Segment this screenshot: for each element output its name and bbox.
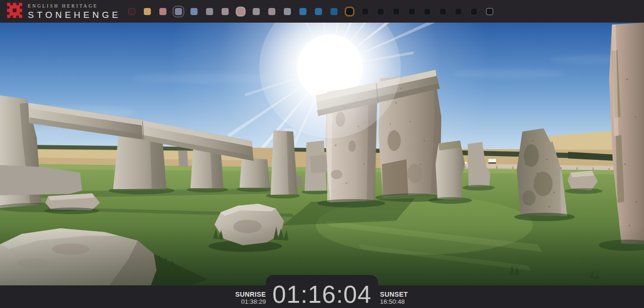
brand-title: STONEHENGE [28,10,121,19]
brand-text: ENGLISH HERITAGE STONEHENGE [28,4,121,19]
hour-swatch-10[interactable] [284,8,291,15]
hour-swatch-21[interactable] [455,8,462,15]
hour-swatch-5[interactable] [206,8,213,15]
hour-swatch-8[interactable] [253,8,260,15]
hour-swatch-9[interactable] [268,8,275,15]
hour-swatch-row [128,0,493,23]
sunrise-block: SUNRISE 01:38:29 [235,291,266,306]
hour-swatch-14[interactable] [346,8,353,15]
sunset-time: 16:50:48 [380,298,408,306]
hour-swatch-3[interactable] [175,8,182,15]
hour-swatch-2[interactable] [159,8,166,15]
hour-swatch-22[interactable] [471,8,478,15]
hour-swatch-6[interactable] [222,8,229,15]
sunrise-label: SUNRISE [235,291,266,298]
panorama-scene [0,23,644,285]
hour-swatch-19[interactable] [424,8,431,15]
hour-swatch-20[interactable] [439,8,446,15]
hour-swatch-4[interactable] [190,8,198,15]
english-heritage-logo-icon [6,2,23,21]
sunset-block: SUNSET 16:50:48 [380,291,408,306]
hour-swatch-15[interactable] [362,8,369,15]
sunset-label: SUNSET [380,291,408,298]
hour-swatch-13[interactable] [330,8,338,15]
hour-swatch-1[interactable] [144,8,151,15]
hour-swatch-18[interactable] [408,8,415,15]
hour-swatch-11[interactable] [299,8,306,15]
hour-swatch-16[interactable] [377,8,384,15]
brand-supertitle: ENGLISH HERITAGE [28,4,121,8]
simulation-clock: 01:16:04 [272,282,372,308]
skyscape-app: ENGLISH HERITAGE STONEHENGE [0,0,644,308]
hour-swatch-17[interactable] [393,8,400,15]
hour-swatch-12[interactable] [315,8,322,15]
hour-swatch-0[interactable] [128,8,135,15]
hour-swatch-7[interactable] [237,8,244,15]
sunrise-time: 01:38:29 [235,298,266,306]
english-heritage-brand[interactable]: ENGLISH HERITAGE STONEHENGE [6,2,121,21]
header: ENGLISH HERITAGE STONEHENGE [0,0,644,23]
stonehenge-panorama[interactable] [0,23,644,285]
hour-swatch-23[interactable] [486,8,493,15]
